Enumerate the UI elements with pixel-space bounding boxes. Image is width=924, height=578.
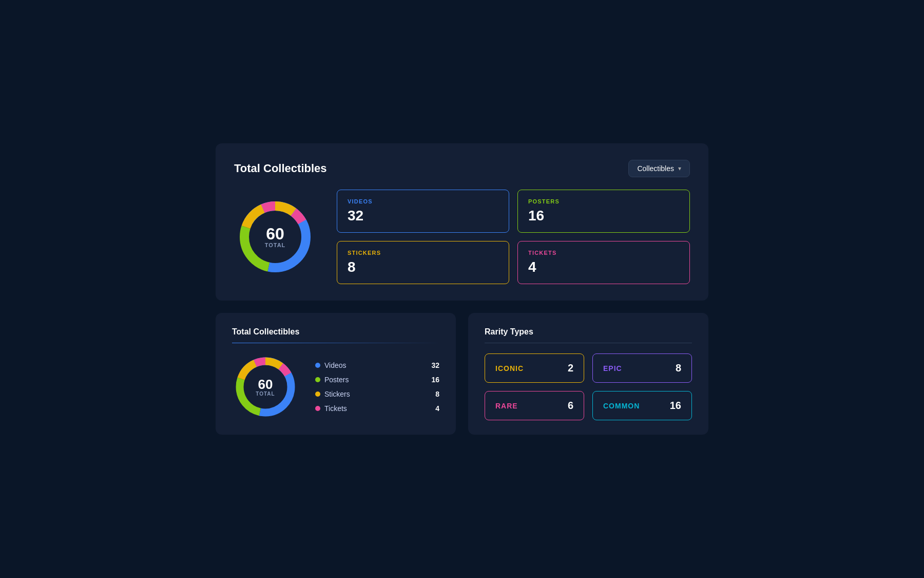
stat-box-tickets: TICKETS 4 (517, 241, 690, 284)
donut-chart-small: 60 TOTAL (232, 353, 299, 420)
stat-box-stickers: STICKERS 8 (337, 241, 509, 284)
stat-box-videos: VIDEOS 32 (337, 190, 509, 233)
rarity-box-common: COMMON 16 (592, 391, 692, 420)
rarity-box-iconic: ICONIC 2 (485, 353, 584, 383)
legend-dot-posters (315, 377, 320, 382)
top-card-header: Total Collectibles Collectibles ▾ (234, 160, 690, 177)
legend: Videos 32 Posters 16 S (315, 361, 439, 413)
donut-chart-large: 60 TOTAL (234, 196, 316, 278)
donut-total-large: 60 (265, 226, 286, 242)
stat-value-posters: 16 (528, 208, 679, 224)
rarity-box-rare: RARE 6 (485, 391, 584, 420)
legend-item-posters: Posters 16 (315, 376, 439, 384)
legend-item-stickers: Stickers 8 (315, 390, 439, 398)
rarity-box-epic: EPIC 8 (592, 353, 692, 383)
legend-name-posters: Posters (324, 376, 349, 384)
stat-value-stickers: 8 (348, 259, 498, 275)
bottom-right-card: Rarity Types ICONIC 2 EPIC 8 RARE 6 COMM… (468, 313, 708, 435)
bottom-left-title: Total Collectibles (232, 327, 439, 337)
legend-name-stickers: Stickers (324, 390, 350, 398)
bottom-left-body: 60 TOTAL Videos 32 (232, 353, 439, 420)
bottom-left-divider (232, 343, 439, 343)
rarity-title: Rarity Types (485, 327, 692, 337)
main-container: Total Collectibles Collectibles ▾ (216, 143, 708, 435)
rarity-divider (485, 343, 692, 343)
rarity-count-rare: 6 (568, 400, 573, 412)
bottom-row: Total Collectibles 60 TOTAL (216, 313, 708, 435)
legend-item-videos: Videos 32 (315, 361, 439, 369)
legend-name-tickets: Tickets (324, 404, 347, 413)
rarity-name-rare: RARE (495, 402, 518, 410)
legend-item-tickets: Tickets 4 (315, 404, 439, 413)
rarity-name-iconic: ICONIC (495, 364, 524, 372)
legend-count-stickers: 8 (435, 390, 439, 398)
legend-dot-stickers (315, 391, 320, 397)
stat-label-stickers: STICKERS (348, 250, 498, 256)
legend-count-tickets: 4 (435, 404, 439, 413)
donut-total-label-large: TOTAL (265, 242, 286, 248)
legend-name-videos: Videos (324, 361, 346, 369)
legend-count-posters: 16 (431, 376, 439, 384)
chevron-down-icon: ▾ (678, 165, 681, 172)
donut-label-large: 60 TOTAL (265, 226, 286, 248)
donut-total-small: 60 (256, 378, 275, 391)
stat-label-videos: VIDEOS (348, 198, 498, 204)
rarity-count-iconic: 2 (568, 362, 573, 374)
stat-label-posters: POSTERS (528, 198, 679, 204)
rarity-name-common: COMMON (603, 402, 640, 410)
rarity-grid: ICONIC 2 EPIC 8 RARE 6 COMMON 16 (485, 353, 692, 420)
top-card: Total Collectibles Collectibles ▾ (216, 143, 708, 301)
bottom-left-card: Total Collectibles 60 TOTAL (216, 313, 456, 435)
stat-value-videos: 32 (348, 208, 498, 224)
stat-label-tickets: TICKETS (528, 250, 679, 256)
rarity-count-epic: 8 (676, 362, 681, 374)
top-card-body: 60 TOTAL VIDEOS 32 POSTERS 16 STICKERS 8 (234, 190, 690, 284)
stats-grid: VIDEOS 32 POSTERS 16 STICKERS 8 TICKETS … (337, 190, 690, 284)
dropdown-label: Collectibles (637, 164, 674, 173)
rarity-count-common: 16 (670, 400, 681, 412)
top-card-title: Total Collectibles (234, 162, 327, 175)
rarity-name-epic: EPIC (603, 364, 622, 372)
donut-label-small: 60 TOTAL (256, 378, 275, 397)
legend-dot-videos (315, 363, 320, 368)
stat-box-posters: POSTERS 16 (517, 190, 690, 233)
legend-dot-tickets (315, 406, 320, 411)
stat-value-tickets: 4 (528, 259, 679, 275)
legend-count-videos: 32 (431, 361, 439, 369)
collectibles-dropdown[interactable]: Collectibles ▾ (628, 160, 690, 177)
donut-total-label-small: TOTAL (256, 391, 275, 397)
